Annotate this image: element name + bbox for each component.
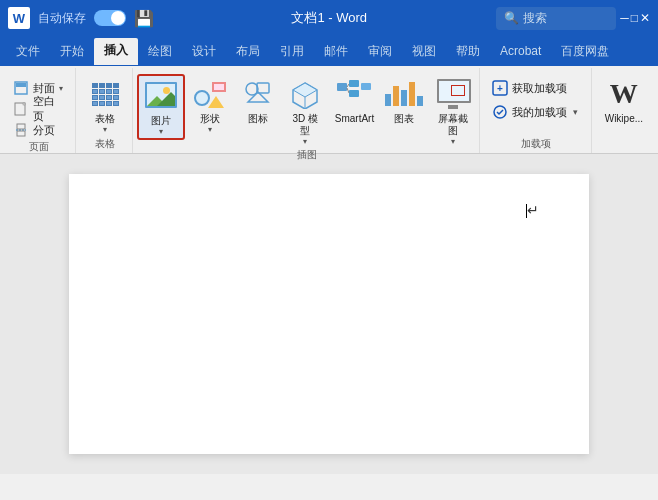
- tab-acrobat[interactable]: Acrobat: [490, 40, 551, 62]
- screenshot-icon: [435, 76, 471, 112]
- search-box[interactable]: 🔍 搜索: [496, 7, 616, 30]
- pages-buttons: 封面 ▾ 空白页 分页: [9, 74, 69, 140]
- addons-items: + 获取加载项 我的加载项 ▾: [486, 70, 586, 137]
- tab-help[interactable]: 帮助: [446, 39, 490, 64]
- svg-text:+: +: [497, 83, 503, 94]
- blank-page-icon: [13, 101, 29, 117]
- pages-group-label: 页面: [29, 140, 49, 156]
- document-area: ↵: [0, 154, 658, 474]
- svg-rect-14: [337, 83, 347, 91]
- page-break-button[interactable]: 分页: [9, 120, 69, 140]
- table-arrow: ▾: [103, 125, 107, 134]
- title-bar-left: W 自动保存 💾: [8, 7, 222, 29]
- document-page[interactable]: ↵: [69, 174, 589, 454]
- table-label: 表格: [95, 113, 115, 125]
- tab-draw[interactable]: 绘图: [138, 39, 182, 64]
- illustrations-group-label: 插图: [297, 148, 317, 164]
- document-title: 文档1 - Word: [222, 9, 436, 27]
- search-placeholder: 搜索: [523, 10, 547, 27]
- svg-rect-15: [349, 80, 359, 87]
- smartart-label: SmartArt: [335, 113, 374, 125]
- wikipedia-button[interactable]: W Wikipe...: [599, 74, 649, 127]
- tab-home[interactable]: 开始: [50, 39, 94, 64]
- my-addons-label: 我的加载项: [512, 105, 567, 120]
- close-button[interactable]: ✕: [640, 12, 650, 24]
- my-addons-button[interactable]: 我的加载项 ▾: [486, 102, 584, 122]
- wikipedia-items: W Wikipe...: [599, 70, 649, 151]
- image-label: 图片: [151, 115, 171, 127]
- autosave-toggle[interactable]: [94, 10, 126, 26]
- ribbon: 封面 ▾ 空白页 分页 页面: [0, 66, 658, 154]
- tab-layout[interactable]: 布局: [226, 39, 270, 64]
- table-group-label: 表格: [95, 137, 115, 153]
- image-button[interactable]: 图片 ▾: [137, 74, 184, 140]
- tab-mailings[interactable]: 邮件: [314, 39, 358, 64]
- chart-icon: [386, 76, 422, 112]
- model3d-arrow: ▾: [303, 137, 307, 146]
- svg-line-18: [347, 84, 349, 87]
- tab-insert[interactable]: 插入: [94, 38, 138, 65]
- wikipedia-icon: W: [606, 76, 642, 112]
- my-addons-arrow: ▾: [573, 107, 578, 117]
- screenshot-button[interactable]: 屏幕截图 ▾: [429, 74, 476, 148]
- chart-label: 图表: [394, 113, 414, 125]
- ribbon-group-pages: 封面 ▾ 空白页 分页 页面: [4, 68, 76, 153]
- model3d-icon: [287, 76, 323, 112]
- tab-design[interactable]: 设计: [182, 39, 226, 64]
- get-addons-button[interactable]: + 获取加载项: [486, 78, 573, 98]
- word-logo: W: [8, 7, 30, 29]
- addons-group-label: 加载项: [521, 137, 551, 153]
- maximize-button[interactable]: □: [631, 12, 638, 24]
- pages-items: 封面 ▾ 空白页 分页: [9, 70, 69, 140]
- shape-label: 形状: [200, 113, 220, 125]
- ribbon-group-addons: + 获取加载项 我的加载项 ▾ 加载项: [482, 68, 592, 153]
- table-icon: [87, 76, 123, 112]
- ribbon-tabs: 文件 开始 插入 绘图 设计 布局 引用 邮件 审阅 视图 帮助 Acrobat…: [0, 36, 658, 66]
- smartart-icon: [336, 76, 372, 112]
- cover-icon: [13, 80, 29, 96]
- cursor-line: [526, 204, 527, 218]
- minimize-button[interactable]: ─: [620, 12, 629, 24]
- page-break-label: 分页: [33, 123, 55, 138]
- shape-icon: [192, 76, 228, 112]
- window-controls: ─ □ ✕: [620, 12, 650, 24]
- table-button[interactable]: 表格 ▾: [83, 74, 127, 136]
- svg-rect-6: [17, 124, 25, 129]
- icon-button[interactable]: 图标: [236, 74, 279, 127]
- screenshot-arrow: ▾: [451, 137, 455, 146]
- get-addons-label: 获取加载项: [512, 81, 567, 96]
- smartart-button[interactable]: SmartArt: [331, 74, 378, 127]
- shape-button[interactable]: 形状 ▾: [189, 74, 232, 136]
- my-addons-icon: [492, 104, 508, 120]
- svg-rect-4: [23, 103, 25, 105]
- tab-baidu[interactable]: 百度网盘: [551, 39, 619, 64]
- autosave-label: 自动保存: [38, 10, 86, 27]
- table-items: 表格 ▾: [83, 70, 127, 137]
- search-icon: 🔍: [504, 11, 519, 25]
- save-icon[interactable]: 💾: [134, 9, 154, 28]
- svg-rect-1: [16, 83, 26, 87]
- tab-references[interactable]: 引用: [270, 39, 314, 64]
- svg-marker-12: [293, 83, 317, 97]
- icons-icon: [240, 76, 276, 112]
- svg-rect-17: [361, 83, 371, 90]
- svg-rect-16: [349, 90, 359, 97]
- cover-arrow: ▾: [59, 84, 63, 93]
- model3d-button[interactable]: 3D 模型 ▾: [284, 74, 327, 148]
- tab-view[interactable]: 视图: [402, 39, 446, 64]
- illustrations-items: 图片 ▾ 形状 ▾: [137, 70, 476, 148]
- ribbon-group-table: 表格 ▾ 表格: [78, 68, 133, 153]
- addon-buttons: + 获取加载项 我的加载项 ▾: [486, 74, 586, 122]
- wikipedia-label: Wikipe...: [605, 113, 643, 125]
- image-icon: [143, 78, 179, 114]
- tab-review[interactable]: 审阅: [358, 39, 402, 64]
- toggle-knob: [111, 11, 125, 25]
- icon-label: 图标: [248, 113, 268, 125]
- svg-rect-7: [17, 131, 25, 136]
- screenshot-label: 屏幕截图: [433, 113, 472, 137]
- blank-page-button[interactable]: 空白页: [9, 99, 69, 119]
- chart-button[interactable]: 图表: [382, 74, 425, 127]
- tab-file[interactable]: 文件: [6, 39, 50, 64]
- model3d-label: 3D 模型: [288, 113, 323, 137]
- title-bar: W 自动保存 💾 文档1 - Word 🔍 搜索 ─ □ ✕: [0, 0, 658, 36]
